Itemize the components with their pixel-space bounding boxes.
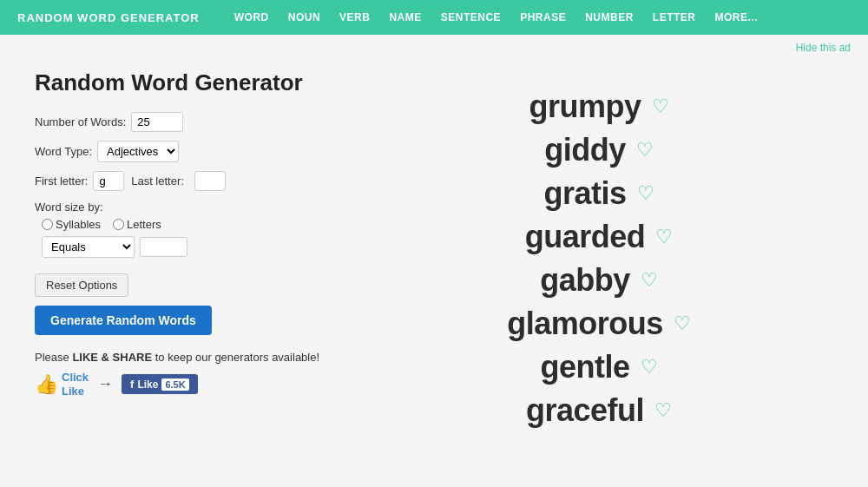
nav-link-sentence[interactable]: SENTENCE [441,11,501,23]
generate-button[interactable]: Generate Random Words [35,306,212,335]
heart-icon[interactable]: ♡ [636,139,654,161]
fb-count: 6.5K [161,378,188,391]
heart-icon[interactable]: ♡ [641,269,658,292]
word-row: grumpy♡ [529,89,668,125]
brand-logo: RANDOM WORD GENERATOR [17,11,200,24]
syllables-radio-label[interactable]: Syllables [42,218,101,231]
share-prefix: Please [35,351,72,364]
thumb-click: 👍 ClickLike [35,371,89,398]
click-like-text: ClickLike [62,371,89,398]
word-text: giddy [544,132,626,168]
nav-link-phrase[interactable]: PHRASE [520,11,566,23]
right-panel: grumpy♡giddy♡gratis♡guarded♡gabby♡glamor… [365,69,833,431]
fb-icon: f [130,378,134,391]
num-words-input[interactable] [131,112,183,132]
word-size-section: Word size by: Syllables Letters EqualsGr… [35,200,365,258]
letter-row: First letter: Last letter: [35,171,365,191]
nav-link-noun[interactable]: NOUN [288,11,320,23]
syllables-radio[interactable] [42,219,53,230]
word-size-label: Word size by: [35,201,103,214]
share-suffix: to keep our generators available! [152,351,319,364]
left-panel: Random Word Generator Number of Words: W… [35,69,365,431]
thumb-up-icon: 👍 [35,373,58,396]
share-text: Please LIKE & SHARE to keep our generato… [35,351,365,364]
share-row: 👍 ClickLike → f Like 6.5K [35,371,365,398]
word-row: giddy♡ [544,132,654,168]
word-text: gratis [543,175,626,212]
heart-icon[interactable]: ♡ [654,399,672,422]
word-text: gabby [540,262,630,299]
fb-like-label: Like [137,378,158,391]
word-row: graceful♡ [526,392,672,429]
syllables-label-text: Syllables [56,218,101,231]
word-text: gentle [540,349,629,385]
share-section: Please LIKE & SHARE to keep our generato… [35,351,365,398]
nav-link-number[interactable]: NUMBER [585,11,634,23]
word-row: guarded♡ [525,219,674,255]
heart-icon[interactable]: ♡ [655,226,673,248]
num-words-label: Number of Words: [35,115,126,128]
page-title: Random Word Generator [35,69,365,96]
word-text: glamorous [507,306,663,342]
last-letter-label: Last letter: [131,174,184,188]
letters-radio-label[interactable]: Letters [113,218,161,231]
first-letter-label: First letter: [35,174,88,188]
heart-icon[interactable]: ♡ [674,313,691,335]
word-row: gratis♡ [543,175,654,212]
nav-link-more[interactable]: MORE... [714,11,758,23]
nav-link-verb[interactable]: VERB [339,11,370,23]
size-comparator-select[interactable]: EqualsGreater thanLess than [42,236,135,258]
word-row: gentle♡ [540,349,657,385]
ad-bar: Hide this ad [0,35,868,61]
heart-icon[interactable]: ♡ [652,95,669,118]
nav-link-word[interactable]: WORD [234,11,269,23]
word-text: guarded [525,219,646,255]
navbar: RANDOM WORD GENERATOR WORDNOUNVERBNAMESE… [0,0,868,35]
word-row: gabby♡ [540,262,658,299]
word-text: grumpy [529,89,641,125]
hide-ad-link[interactable]: Hide this ad [796,42,851,54]
reset-button[interactable]: Reset Options [35,273,128,297]
word-row: glamorous♡ [507,306,691,342]
share-bold: LIKE & SHARE [72,351,152,364]
heart-icon[interactable]: ♡ [641,356,658,378]
last-letter-input[interactable] [194,171,226,191]
word-type-label: Word Type: [35,145,92,158]
arrow-right-icon: → [97,375,113,393]
main-content: Random Word Generator Number of Words: W… [0,61,868,448]
nav-links: WORDNOUNVERBNAMESENTENCEPHRASENUMBERLETT… [234,11,758,23]
size-value-input[interactable] [140,237,187,257]
letters-label-text: Letters [127,218,161,231]
nav-link-name[interactable]: NAME [389,11,421,23]
first-letter-input[interactable] [93,171,124,191]
letters-radio[interactable] [113,219,124,230]
word-type-select[interactable]: AdjectivesNounsVerbsAny [97,141,179,162]
word-text: graceful [526,392,644,429]
heart-icon[interactable]: ♡ [637,182,654,205]
size-radio-row: Syllables Letters [42,218,365,231]
word-type-row: Word Type: AdjectivesNounsVerbsAny [35,141,365,162]
fb-like-button[interactable]: f Like 6.5K [122,374,198,394]
nav-link-letter[interactable]: LETTER [653,11,696,23]
size-input-row: EqualsGreater thanLess than [42,236,365,258]
num-words-row: Number of Words: [35,112,365,132]
